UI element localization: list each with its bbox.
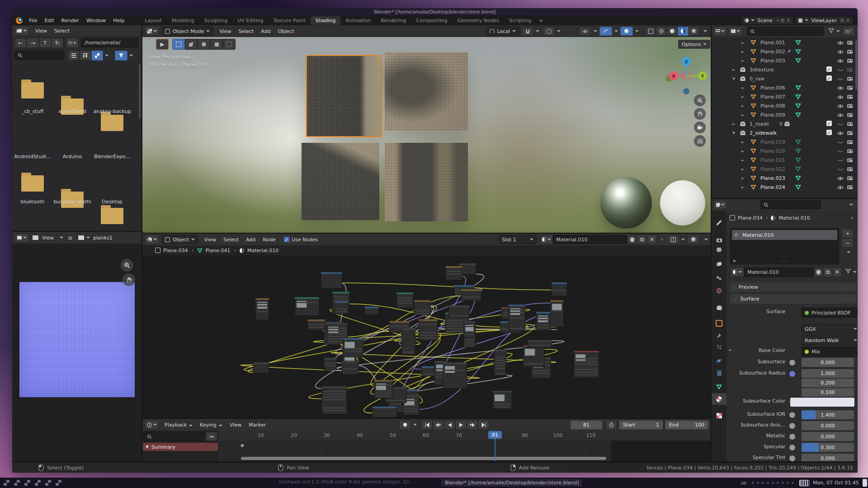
input-socket-dot[interactable] xyxy=(789,422,796,429)
tab-uv-editing[interactable]: UV Editing xyxy=(232,16,268,25)
navigation-gizmo[interactable]: Z Y X xyxy=(665,54,708,98)
copy-icon[interactable]: ⧉ xyxy=(781,18,784,23)
folder-label[interactable]: BlenderExpo... xyxy=(92,154,132,160)
use-nodes-checkbox[interactable]: ✓ Use Nodes xyxy=(284,237,318,243)
search-input[interactable] xyxy=(14,51,64,60)
timeline-scrollbar[interactable] xyxy=(241,457,606,460)
editor-type-button[interactable] xyxy=(713,27,727,36)
object-name[interactable]: Plane.001 xyxy=(760,40,785,46)
eye-open-icon[interactable] xyxy=(837,131,844,137)
shader-node[interactable] xyxy=(493,391,512,409)
timeline-ruler[interactable]: 1020304050607090100110 xyxy=(218,431,711,441)
shader-node[interactable] xyxy=(443,362,467,389)
taskbar-icon-pin[interactable] xyxy=(56,480,61,486)
scene-selector[interactable]: Scene ⌖ ⧉ ✕ xyxy=(741,16,793,25)
shader-node[interactable] xyxy=(374,380,393,399)
scrollbar[interactable] xyxy=(139,64,141,118)
tab-sculpting[interactable]: Sculpting xyxy=(199,16,232,25)
prev-keyframe-button[interactable] xyxy=(433,420,444,430)
select-tool-4-button[interactable] xyxy=(210,39,223,50)
copy-icon[interactable]: ⧉ xyxy=(840,18,844,23)
play-reverse-button[interactable] xyxy=(444,420,455,430)
menu-view[interactable]: View xyxy=(201,236,220,244)
camera-visibility-icon[interactable] xyxy=(847,58,853,64)
shader-node[interactable] xyxy=(253,362,269,373)
options-dropdown[interactable]: Options xyxy=(678,40,710,49)
copy-material-button[interactable]: ⧉ xyxy=(823,267,833,277)
input-socket-dot[interactable] xyxy=(789,412,796,418)
object-name[interactable]: Plane.002 xyxy=(760,49,785,55)
menu-add[interactable]: Add xyxy=(242,236,259,244)
select-tool-3-button[interactable] xyxy=(198,39,210,50)
copy-material-button[interactable]: ⧉ xyxy=(637,235,647,244)
next-keyframe-button[interactable] xyxy=(467,420,478,430)
editor-type-button[interactable] xyxy=(713,200,727,209)
texture-plane-selected[interactable] xyxy=(306,55,382,137)
object-name[interactable]: Plane.009 xyxy=(760,112,785,118)
outliner-row-plane.024[interactable]: ►Plane.024 xyxy=(712,183,855,192)
shader-node[interactable] xyxy=(494,350,506,375)
eye-open-icon[interactable] xyxy=(837,185,844,191)
shader-node[interactable] xyxy=(342,361,359,375)
select-tool-2-button[interactable] xyxy=(185,39,198,50)
camera-visibility-icon[interactable] xyxy=(847,94,853,100)
snap-node-button[interactable] xyxy=(667,235,679,244)
outliner-row-plane.023[interactable]: ►Plane.023 xyxy=(712,174,855,183)
properties-tab-tool[interactable] xyxy=(712,217,726,229)
properties-tab-physics[interactable] xyxy=(712,355,726,366)
filter-button[interactable] xyxy=(828,28,834,35)
auto-keying-button[interactable] xyxy=(399,420,411,430)
input-socket-dot[interactable] xyxy=(789,455,796,461)
keyframe-diamond[interactable] xyxy=(241,444,244,447)
folder-label[interactable]: bluetooth xyxy=(13,199,52,205)
playhead-line[interactable] xyxy=(495,439,495,461)
tab-layout[interactable]: Layout xyxy=(140,16,166,25)
input-socket-dot[interactable] xyxy=(789,433,796,440)
show-desktop-button[interactable] xyxy=(863,479,867,487)
remove-slot-button[interactable]: − xyxy=(842,238,854,248)
camera-visibility-icon[interactable] xyxy=(847,139,853,145)
object-name[interactable]: 2_sidewalk xyxy=(750,130,777,136)
viewport-grid-button[interactable] xyxy=(694,135,706,147)
outliner-search-input[interactable] xyxy=(747,27,824,36)
shader-node[interactable] xyxy=(445,266,462,280)
value-specular[interactable]: 0.300 xyxy=(802,443,854,452)
object-name[interactable]: Plane.007 xyxy=(760,94,785,100)
camera-visibility-icon[interactable] xyxy=(847,121,853,127)
shader-node[interactable] xyxy=(523,345,544,367)
chevron-down-icon[interactable] xyxy=(129,55,133,56)
current-frame-field[interactable]: 81 xyxy=(571,421,602,429)
playhead-badge[interactable]: 81 xyxy=(488,431,502,439)
eye-open-icon[interactable] xyxy=(837,103,844,110)
expand-arrow-icon[interactable]: ► xyxy=(741,113,744,117)
breadcrumb-object[interactable]: Plane.034 xyxy=(738,215,763,221)
path-field[interactable]: /home/amalie/ xyxy=(81,38,138,47)
filter-toggle-button[interactable]: ↔ xyxy=(206,432,217,441)
properties-tab-scene[interactable] xyxy=(712,272,726,284)
up-button[interactable]: ↑ xyxy=(39,38,51,48)
camera-visibility-icon[interactable] xyxy=(847,157,853,164)
back-button[interactable]: ← xyxy=(14,38,27,48)
proportional-editing-button[interactable] xyxy=(543,27,555,36)
texture-plane[interactable] xyxy=(302,143,379,220)
camera-visibility-icon[interactable] xyxy=(847,175,853,182)
outliner-row-plane.003[interactable]: ►Plane.003 xyxy=(712,56,855,65)
refresh-button[interactable]: ↻ xyxy=(51,38,63,48)
use-preview-range-button[interactable] xyxy=(606,420,617,430)
breadcrumb-material[interactable]: Material.010 xyxy=(778,215,810,221)
jump-to-end-button[interactable] xyxy=(478,420,489,430)
collection-checkbox[interactable]: ✓ xyxy=(826,121,832,126)
camera-visibility-icon[interactable] xyxy=(847,103,853,109)
value-subsurface-radius-1[interactable]: 0.200 xyxy=(802,379,854,387)
taskbar-icon-grid[interactable] xyxy=(4,480,9,486)
value-subsurface[interactable]: 0.000 xyxy=(802,358,854,367)
viewport-zoom-button[interactable] xyxy=(694,94,706,106)
outliner-row-0_raw[interactable]: ▼0_raw✓ xyxy=(712,74,855,83)
object-name[interactable]: 0_raw xyxy=(750,76,764,82)
shader-node[interactable] xyxy=(295,297,319,316)
expand-arrow-icon[interactable]: ▼ xyxy=(732,77,735,81)
folder-icon[interactable] xyxy=(21,82,44,99)
outliner-row-plane.001[interactable]: ►Plane.001 xyxy=(712,38,855,47)
outliner-row-1_roads[interactable]: ►1_roads9✓ xyxy=(712,119,855,128)
outliner-row-plane.006[interactable]: ►Plane.006 xyxy=(712,83,855,92)
